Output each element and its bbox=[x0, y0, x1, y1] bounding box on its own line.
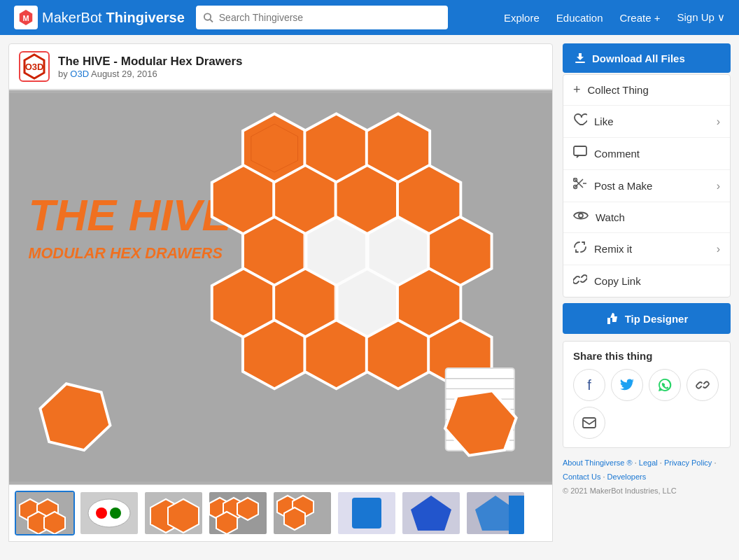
thumbnail-2[interactable] bbox=[143, 491, 204, 536]
left-panel: O3D The HIVE - Modular Hex Drawers by O3… bbox=[8, 43, 553, 542]
search-input[interactable] bbox=[219, 12, 441, 23]
comment-icon bbox=[573, 146, 587, 162]
download-label: Download All Files bbox=[592, 52, 685, 64]
search-icon bbox=[203, 12, 213, 23]
contact-link[interactable]: Contact Us bbox=[563, 472, 600, 481]
page-title: The HIVE - Modular Hex Drawers bbox=[58, 55, 243, 69]
thumbnail-3[interactable] bbox=[208, 491, 268, 536]
nav-signup[interactable]: Sign Up ∨ bbox=[677, 11, 725, 24]
publish-date: August 29, 2016 bbox=[91, 69, 157, 79]
plus-icon: + bbox=[573, 83, 581, 97]
svg-point-47 bbox=[110, 507, 121, 519]
svg-rect-67 bbox=[575, 62, 585, 63]
remix-item[interactable]: Remix it › bbox=[563, 233, 730, 265]
svg-marker-55 bbox=[216, 512, 237, 534]
thumbnail-6[interactable] bbox=[401, 491, 461, 536]
comment-label: Comment bbox=[594, 148, 640, 160]
logo: M MakerBot Thingiverse bbox=[14, 6, 185, 29]
thumbnail-4[interactable] bbox=[272, 491, 332, 536]
legal-link[interactable]: Legal bbox=[639, 458, 658, 467]
search-bar[interactable] bbox=[196, 6, 448, 29]
thumbnail-0[interactable] bbox=[15, 491, 75, 536]
share-link-button[interactable] bbox=[687, 369, 719, 401]
like-label: Like bbox=[594, 115, 614, 127]
share-email-button[interactable] bbox=[573, 407, 605, 439]
remix-label: Remix it bbox=[594, 243, 632, 255]
navbar: M MakerBot Thingiverse Explore Education… bbox=[0, 0, 739, 35]
eye-icon bbox=[573, 210, 589, 225]
svg-point-45 bbox=[88, 499, 130, 527]
tip-label: Tip Designer bbox=[625, 313, 689, 325]
watch-item[interactable]: Watch bbox=[563, 202, 730, 233]
like-arrow: › bbox=[717, 115, 720, 128]
heart-icon bbox=[573, 113, 587, 130]
post-make-item[interactable]: Post a Make › bbox=[563, 170, 730, 202]
thing-title: The HIVE - Modular Hex Drawers by O3D Au… bbox=[58, 55, 243, 79]
share-section: Share this thing f bbox=[563, 341, 731, 448]
tip-designer-button[interactable]: Tip Designer bbox=[563, 303, 731, 334]
remix-arrow: › bbox=[717, 243, 720, 255]
nav-education[interactable]: Education bbox=[556, 12, 603, 24]
thing-header: O3D The HIVE - Modular Hex Drawers by O3… bbox=[8, 43, 553, 90]
svg-marker-43 bbox=[44, 512, 65, 534]
svg-rect-61 bbox=[352, 498, 381, 528]
logo-thingiverse-text: Thingiverse bbox=[106, 10, 185, 26]
logo-icon: M bbox=[14, 6, 38, 29]
svg-point-2 bbox=[204, 13, 211, 20]
svg-text:MODULAR HEX DRAWERS: MODULAR HEX DRAWERS bbox=[29, 244, 223, 262]
logo-makerbot-text: MakerBot bbox=[42, 10, 102, 26]
svg-point-46 bbox=[96, 507, 107, 519]
thumbs-up-icon bbox=[605, 312, 619, 326]
svg-text:O3D: O3D bbox=[25, 62, 44, 72]
thumbnail-strip bbox=[8, 485, 553, 542]
download-icon bbox=[574, 52, 586, 64]
footer-links: About Thingiverse ® · Legal · Privacy Po… bbox=[563, 455, 731, 499]
action-list: + Collect Thing Like › bbox=[563, 74, 731, 298]
nav-create[interactable]: Create + bbox=[620, 12, 661, 24]
post-make-arrow: › bbox=[717, 180, 720, 192]
link-icon bbox=[573, 273, 587, 289]
privacy-link[interactable]: Privacy Policy bbox=[664, 458, 712, 467]
thing-logo-box: O3D bbox=[19, 51, 50, 82]
svg-rect-72 bbox=[583, 418, 596, 428]
svg-point-71 bbox=[579, 214, 583, 218]
copy-link-item[interactable]: Copy Link bbox=[563, 265, 730, 297]
share-twitter-button[interactable] bbox=[611, 369, 643, 401]
collect-label: Collect Thing bbox=[588, 84, 649, 96]
svg-text:M: M bbox=[22, 14, 29, 22]
remix-icon bbox=[573, 241, 587, 257]
svg-line-3 bbox=[210, 20, 213, 22]
svg-text:THE HIVE: THE HIVE bbox=[29, 190, 233, 239]
byline: by O3D August 29, 2016 bbox=[58, 69, 243, 79]
main-image: THE HIVE MODULAR HEX DRAWERS bbox=[8, 90, 553, 485]
share-facebook-button[interactable]: f bbox=[573, 369, 605, 401]
svg-rect-68 bbox=[574, 146, 586, 155]
copy-link-label: Copy Link bbox=[594, 275, 641, 287]
nav-explore[interactable]: Explore bbox=[504, 12, 540, 24]
svg-marker-59 bbox=[284, 507, 305, 530]
comment-item[interactable]: Comment bbox=[563, 138, 730, 170]
thumbnail-5[interactable] bbox=[337, 491, 397, 536]
svg-marker-54 bbox=[237, 498, 258, 520]
thumbnail-7[interactable] bbox=[465, 491, 526, 536]
share-whatsapp-button[interactable] bbox=[649, 369, 681, 401]
share-title: Share this thing bbox=[573, 350, 720, 362]
collect-thing-item[interactable]: + Collect Thing bbox=[563, 75, 730, 106]
scissors-icon bbox=[573, 178, 587, 194]
content-wrap: O3D The HIVE - Modular Hex Drawers by O3… bbox=[0, 35, 739, 542]
watch-label: Watch bbox=[596, 211, 625, 223]
nav-links: Explore Education Create + Sign Up ∨ bbox=[504, 11, 725, 24]
developers-link[interactable]: Developers bbox=[607, 472, 647, 481]
thumbnail-1[interactable] bbox=[79, 491, 139, 536]
download-all-button[interactable]: Download All Files bbox=[563, 43, 731, 73]
about-link[interactable]: About Thingiverse ® bbox=[563, 458, 633, 467]
share-icons: f bbox=[573, 369, 720, 401]
copyright-text: © 2021 MakerBot Industries, LLC bbox=[563, 486, 677, 495]
like-item[interactable]: Like › bbox=[563, 106, 730, 138]
svg-rect-66 bbox=[509, 496, 524, 534]
right-panel: Download All Files + Collect Thing Like … bbox=[563, 43, 731, 542]
author-link[interactable]: O3D bbox=[70, 69, 89, 79]
post-make-label: Post a Make bbox=[594, 180, 652, 192]
